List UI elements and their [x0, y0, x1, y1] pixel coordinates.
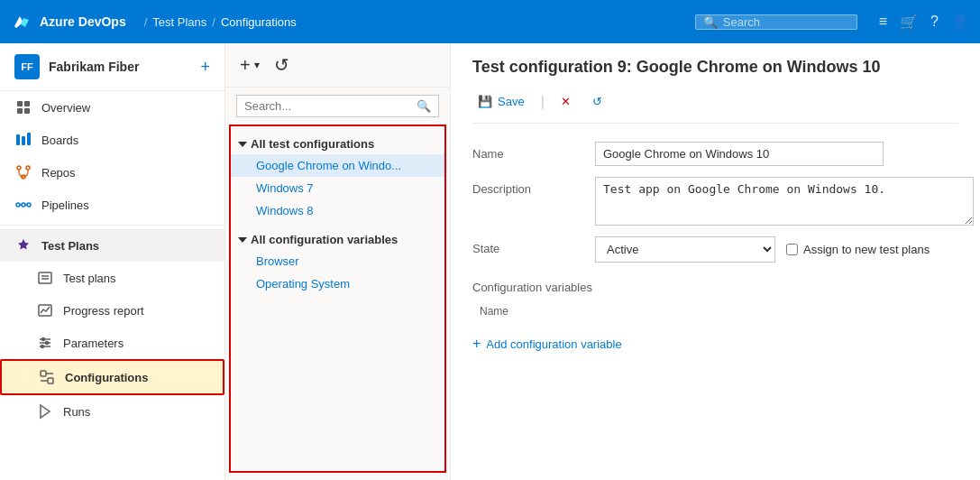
middle-toolbar: + ▾ ↺ [225, 43, 450, 88]
sidebar-item-configurations[interactable]: Configurations [0, 359, 224, 395]
overview-icon [14, 98, 32, 116]
middle-panel: + ▾ ↺ 🔍 All test configurations Google C… [225, 43, 451, 480]
middle-search-input[interactable] [244, 99, 417, 113]
topbar: Azure DevOps / Test Plans / Configuratio… [0, 0, 980, 43]
tree-group-configs-text: All test configurations [251, 137, 374, 151]
search-icon: 🔍 [417, 99, 431, 113]
refresh-action-button[interactable]: ↺ [587, 91, 608, 112]
sidebar-item-pipelines[interactable]: Pipelines [0, 189, 224, 221]
tree-item-browser[interactable]: Browser [231, 250, 444, 272]
main-content: FF Fabrikam Fiber + Overview Boards Repo… [0, 43, 980, 480]
runs-label: Runs [63, 405, 90, 419]
parameters-icon [36, 334, 54, 352]
add-variable-label: Add configuration variable [486, 337, 621, 351]
topbar-action-icons: ≡ 🛒 ? 👤 [879, 14, 969, 31]
tree-group-variables-label[interactable]: All configuration variables [231, 229, 444, 250]
runs-icon [36, 402, 54, 420]
refresh-icon: ↺ [274, 54, 289, 76]
grid-icon[interactable]: ≡ [879, 14, 887, 30]
breadcrumb: / Test Plans / Configurations [144, 15, 297, 29]
svg-point-13 [27, 203, 31, 207]
sidebar-item-overview[interactable]: Overview [0, 91, 224, 124]
org-name: Fabrikam Fiber [49, 60, 191, 74]
description-textarea[interactable]: Test app on Google Chrome on Windows 10. [595, 177, 974, 226]
sidebar-item-runs[interactable]: Runs [0, 395, 224, 428]
svg-rect-6 [22, 136, 25, 145]
azure-devops-logo-icon [11, 11, 32, 32]
save-label: Save [498, 95, 525, 108]
name-label: Name [472, 142, 581, 161]
refresh-action-icon: ↺ [592, 95, 602, 108]
expand-configs-icon [238, 142, 247, 147]
svg-rect-2 [24, 101, 30, 106]
add-variable-button[interactable]: + Add configuration variable [472, 328, 622, 359]
sidebar-item-repos[interactable]: Repos [0, 156, 224, 189]
org-header: FF Fabrikam Fiber + [0, 43, 224, 91]
config-vars-section: Configuration variables Name + Add confi… [472, 281, 958, 359]
tree-item-windows8[interactable]: Windows 8 [231, 199, 444, 222]
state-row: Active Inactive Assign to new test plans [595, 236, 974, 263]
tree-group-variables-text: All configuration variables [251, 233, 398, 246]
assign-checkbox[interactable] [786, 244, 798, 255]
sidebar-item-progress-report[interactable]: Progress report [0, 294, 224, 327]
svg-rect-5 [16, 134, 20, 145]
tree-item-browser-label: Browser [256, 254, 299, 268]
config-vars-title: Configuration variables [472, 281, 958, 294]
svg-rect-27 [48, 378, 53, 383]
svg-rect-3 [17, 108, 23, 114]
discard-button[interactable]: ✕ [555, 91, 576, 112]
repos-label: Repos [41, 166, 76, 180]
sidebar-item-boards[interactable]: Boards [0, 124, 224, 156]
add-org-button[interactable]: + [200, 58, 210, 77]
svg-point-24 [46, 342, 49, 345]
add-button[interactable]: + ▾ [236, 51, 263, 79]
middle-search-box[interactable]: 🔍 [236, 95, 439, 117]
breadcrumb-test-plans[interactable]: Test Plans [152, 15, 206, 29]
sidebar-item-test-plans[interactable]: Test Plans [0, 229, 224, 262]
form-section: Name Description Test app on Google Chro… [472, 142, 958, 263]
breadcrumb-separator1: / [144, 15, 148, 29]
tree-panel: All test configurations Google Chrome on… [229, 125, 446, 473]
search-input[interactable] [723, 15, 849, 29]
sidebar-item-parameters[interactable]: Parameters [0, 327, 224, 359]
svg-point-23 [42, 338, 45, 341]
tree-group-configs-label[interactable]: All test configurations [231, 134, 444, 154]
test-plans-icon [14, 236, 32, 254]
name-input[interactable] [595, 142, 884, 166]
state-label: State [472, 236, 581, 255]
pipelines-icon [14, 196, 32, 214]
page-title: Test configuration 9: Google Chrome on W… [472, 58, 958, 77]
test-plans-label: Test Plans [41, 239, 99, 253]
configurations-label: Configurations [65, 371, 148, 384]
overview-label: Overview [41, 101, 90, 115]
tree-item-chrome-windows[interactable]: Google Chrome on Windo... [231, 154, 444, 177]
save-icon: 💾 [478, 95, 492, 108]
add-variable-icon: + [472, 336, 481, 352]
save-button[interactable]: 💾 Save [472, 91, 530, 112]
profile-icon[interactable]: 👤 [951, 14, 969, 31]
configurations-icon [38, 368, 56, 386]
config-vars-header: Name [472, 301, 958, 321]
state-select[interactable]: Active Inactive [595, 236, 775, 263]
pipelines-label: Pipelines [41, 198, 89, 212]
tree-group-configs: All test configurations Google Chrome on… [231, 130, 444, 226]
expand-variables-icon [238, 237, 247, 243]
svg-point-9 [26, 166, 30, 170]
refresh-button[interactable]: ↺ [270, 51, 293, 79]
help-icon[interactable]: ? [930, 14, 939, 30]
notification-icon[interactable]: 🛒 [900, 14, 918, 31]
sidebar-item-test-plans-sub[interactable]: Test plans [0, 262, 224, 294]
assign-checkbox-label: Assign to new test plans [786, 243, 930, 256]
add-icon: + [240, 55, 251, 76]
topbar-app-name: Azure DevOps [40, 14, 126, 29]
boards-label: Boards [41, 134, 78, 147]
tree-item-os[interactable]: Operating System [231, 272, 444, 295]
test-plans-sub-icon [36, 269, 54, 287]
topbar-search-box[interactable]: 🔍 [695, 14, 857, 30]
tree-item-windows8-label: Windows 8 [256, 204, 314, 217]
progress-report-icon [36, 301, 54, 319]
tree-group-variables: All configuration variables Browser Oper… [231, 226, 444, 299]
repos-icon [14, 163, 32, 181]
svg-point-8 [17, 166, 21, 170]
tree-item-windows7[interactable]: Windows 7 [231, 177, 444, 199]
